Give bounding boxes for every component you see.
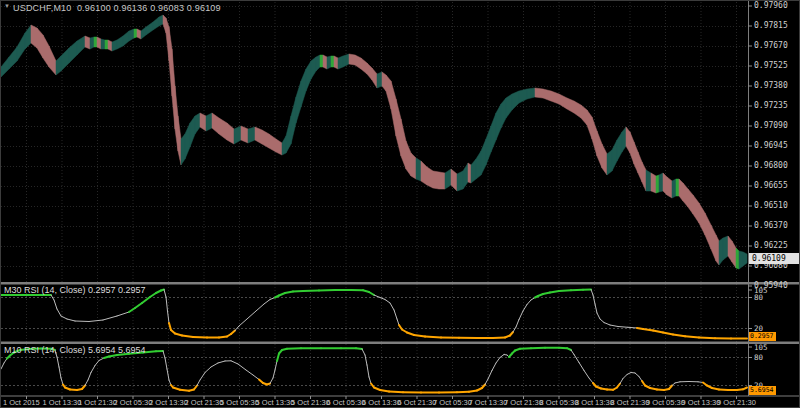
time-axis-label: 8 Oct 13:30 bbox=[575, 398, 614, 407]
price-axis-label: 0.97090 bbox=[754, 121, 800, 131]
time-axis-label: 6 Oct 13:30 bbox=[362, 398, 401, 407]
chart-symbol-title: USDCHF,M10 0.96100 0.96136 0.96083 0.961… bbox=[13, 3, 221, 13]
price-axis-label: 0.96945 bbox=[754, 141, 800, 151]
time-axis-label: 2 Oct 21:30 bbox=[185, 398, 224, 407]
time-axis-label: 5 Oct 05:30 bbox=[220, 398, 259, 407]
price-axis-label: 0.96510 bbox=[754, 201, 800, 211]
pane-dividers-group bbox=[1, 1, 800, 397]
indicator-scale-label: 80 bbox=[754, 293, 794, 302]
time-axis-label: 9 Oct 13:30 bbox=[682, 398, 721, 407]
time-axis-label: 7 Oct 21:30 bbox=[504, 398, 543, 407]
time-axis-label: 8 Oct 05:30 bbox=[540, 398, 579, 407]
indicator-label-m30-rsi: M30 RSI (14, Close) 0.2957 0.2957 bbox=[4, 285, 146, 295]
price-axis-label: 0.97815 bbox=[754, 21, 800, 31]
indicator-label-m10-rsi: M10 RSI (14, Close) 5.6954 5.6954 bbox=[4, 345, 146, 355]
time-axis-label: 5 Oct 21:30 bbox=[291, 398, 330, 407]
chart-marker-icon: ▼ bbox=[4, 3, 10, 9]
price-axis-label: 0.97235 bbox=[754, 101, 800, 111]
time-axis-label: 1 Oct 13:30 bbox=[43, 398, 82, 407]
price-axis-label: 0.97670 bbox=[754, 41, 800, 51]
candle-band-group bbox=[1, 15, 747, 269]
time-axis-label: 5 Oct 13:30 bbox=[256, 398, 295, 407]
time-axis-label: 7 Oct 13:30 bbox=[469, 398, 508, 407]
price-axis-label: 0.96225 bbox=[754, 241, 800, 251]
price-axis-label: 0.96800 bbox=[754, 161, 800, 171]
price-axis-label: 0.97525 bbox=[754, 61, 800, 71]
grid-group bbox=[1, 2, 748, 395]
current-price-tag: 0.96109 bbox=[749, 253, 799, 264]
time-axis-label: 2 Oct 13:30 bbox=[149, 398, 188, 407]
time-axis-label: 2 Oct 05:30 bbox=[114, 398, 153, 407]
time-axis-label: 1 Oct 2015 bbox=[3, 398, 40, 407]
time-axis-label: 7 Oct 05:30 bbox=[433, 398, 472, 407]
price-axis-label: 0.96655 bbox=[754, 181, 800, 191]
mt4-chart-window: ▼ USDCHF,M10 0.96100 0.96136 0.96083 0.9… bbox=[0, 0, 800, 408]
price-axis-label: 0.97960 bbox=[754, 1, 800, 11]
price-axis-label: 0.96370 bbox=[754, 221, 800, 231]
time-axis-label: 6 Oct 05:30 bbox=[327, 398, 366, 407]
rsi-line-group-0 bbox=[1, 290, 747, 339]
time-axis-label: 6 Oct 21:30 bbox=[398, 398, 437, 407]
price-axis-label: 0.97380 bbox=[754, 81, 800, 91]
time-axis-label: 9 Oct 05:30 bbox=[646, 398, 685, 407]
axis-ticks-group bbox=[27, 6, 753, 399]
indicator-scale-label: 80 bbox=[754, 353, 794, 362]
time-axis-label: 8 Oct 21:30 bbox=[611, 398, 650, 407]
time-axis-label: 1 Oct 21:30 bbox=[78, 398, 117, 407]
indicator-value-tag-m30: 0.2957 bbox=[749, 332, 776, 341]
time-axis-label: 9 Oct 21:30 bbox=[717, 398, 756, 407]
indicator-value-tag-m10: 5.6954 bbox=[749, 386, 776, 395]
indicator-scale-label: 105 bbox=[754, 343, 794, 352]
